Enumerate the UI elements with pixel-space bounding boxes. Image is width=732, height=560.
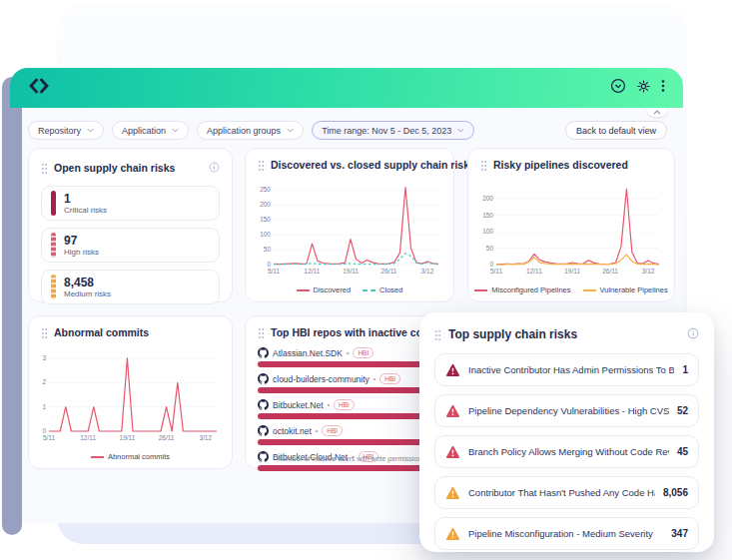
repo-bar <box>258 361 441 367</box>
drag-handle-icon[interactable] <box>480 160 487 171</box>
svg-text:0: 0 <box>267 261 271 268</box>
card-open-supply-chain-risks: Open supply chain risks 1Critical risks9… <box>28 148 233 302</box>
chip-label: Application <box>122 126 166 136</box>
legend-swatch <box>363 289 375 291</box>
legend-swatch <box>474 289 487 291</box>
risk-title: Pipeline Dependency Vulnerabilities - Hi… <box>468 405 669 416</box>
drag-handle-icon[interactable] <box>41 327 48 338</box>
circle-chevron-down-icon[interactable] <box>610 78 626 98</box>
risk-title: Pipeline Misconfiguration - Medium Sever… <box>468 528 663 539</box>
svg-text:0: 0 <box>42 427 46 434</box>
repo-name: Atlassian.Net.SDK <box>273 348 343 358</box>
legend-swatch <box>297 289 310 291</box>
risk-row[interactable]: Branch Policy Allows Merging Without Cod… <box>434 435 699 468</box>
repo-row-octokit-net[interactable]: octokit.net•HBI <box>258 425 441 445</box>
chevron-down-icon <box>172 128 179 133</box>
legend-label: Misconfigured Pipelines <box>491 285 570 294</box>
app-header <box>10 68 683 108</box>
risk-count: 52 <box>677 405 688 416</box>
svg-text:19/11: 19/11 <box>120 434 136 441</box>
svg-text:26/11: 26/11 <box>381 268 397 275</box>
settings-gear-icon[interactable] <box>636 79 651 98</box>
chart-legend: Misconfigured PipelinesVulnerable Pipeli… <box>468 285 674 294</box>
severity-bar <box>51 275 56 299</box>
legend-label: Abnormal commits <box>108 452 170 461</box>
risk-row[interactable]: Inactive Contributor Has Admin Permissio… <box>434 353 699 386</box>
card-title: Abnormal commits <box>54 326 149 338</box>
card-title: Discovered vs. closed supply chain risks <box>271 159 475 171</box>
card-title: Risky pipelines discovered <box>493 159 628 171</box>
github-icon <box>258 373 269 384</box>
kebab-menu-icon[interactable] <box>661 79 665 97</box>
filter-chip-repository[interactable]: Repository <box>28 121 104 140</box>
repo-bar <box>258 387 441 393</box>
chip-label: Time range: Nov 5 - Dec 5, 2023 <box>322 126 451 136</box>
drag-handle-icon[interactable] <box>258 327 265 338</box>
svg-text:100: 100 <box>260 231 271 238</box>
warning-triangle-icon <box>445 486 460 500</box>
stat-high-risks[interactable]: 97High risks <box>41 228 220 263</box>
svg-text:3: 3 <box>42 354 46 361</box>
warning-triangle-icon <box>445 527 460 541</box>
chart-legend: Abnormal commits <box>29 452 232 461</box>
repo-name: octokit.net <box>273 426 312 436</box>
chevron-down-icon <box>87 128 94 133</box>
legend-item-closed: Closed <box>363 285 402 294</box>
separator-dot: • <box>373 375 375 382</box>
repo-name: cloud-builders-community <box>273 374 369 384</box>
legend-item-abnormal-commits: Abnormal commits <box>91 452 170 461</box>
card-risky-pipelines: Risky pipelines discovered 0501001502005… <box>467 148 675 302</box>
repo-row-bitbucket-net[interactable]: Bitbucket.Net•HBI <box>258 399 441 419</box>
info-icon[interactable] <box>209 159 220 177</box>
chevron-up-icon <box>653 110 661 115</box>
github-icon <box>258 347 269 358</box>
stat-medium-risks[interactable]: 8,458Medium risks <box>41 270 220 304</box>
hbi-badge: HBI <box>353 347 373 358</box>
drag-handle-icon[interactable] <box>434 329 441 340</box>
page: RepositoryApplicationApplication groupsT… <box>0 0 732 560</box>
risk-title: Contributor That Hasn't Pushed Any Code … <box>468 487 655 498</box>
filter-chip-time-range[interactable]: Time range: Nov 5 - Dec 5, 2023 <box>312 121 474 140</box>
severity-bar <box>51 191 56 216</box>
legend-label: Vulnerable Pipelines <box>600 285 668 294</box>
stat-label: Medium risks <box>64 289 111 298</box>
repo-row-atlassian-net-sdk[interactable]: Atlassian.Net.SDK•HBI <box>258 347 441 367</box>
repo-row-cloud-builders-community[interactable]: cloud-builders-community•HBI <box>258 373 441 393</box>
risk-count: 1 <box>682 364 688 375</box>
card-title: Open supply chain risks <box>54 162 175 174</box>
svg-text:26/11: 26/11 <box>602 268 618 275</box>
risk-row[interactable]: Contributor That Hasn't Pushed Any Code … <box>434 476 699 509</box>
chip-label: Application groups <box>207 126 281 136</box>
risk-title: Branch Policy Allows Merging Without Cod… <box>468 446 669 457</box>
back-to-default-view-button[interactable]: Back to default view <box>565 121 667 140</box>
risk-row[interactable]: Pipeline Misconfiguration - Medium Sever… <box>434 517 699 550</box>
drag-handle-icon[interactable] <box>41 163 48 174</box>
svg-text:3/12: 3/12 <box>421 268 434 275</box>
svg-text:5/11: 5/11 <box>43 434 56 441</box>
repo-bar <box>258 465 441 471</box>
legend-swatch <box>91 456 104 458</box>
stat-value: 97 <box>64 235 99 248</box>
risk-count: 45 <box>677 446 688 457</box>
legit-logo-icon <box>28 75 50 101</box>
drag-handle-icon[interactable] <box>258 160 265 171</box>
svg-text:150: 150 <box>482 212 493 219</box>
svg-text:100: 100 <box>482 228 493 235</box>
filter-chip-application[interactable]: Application <box>112 121 189 140</box>
svg-text:26/11: 26/11 <box>159 434 175 441</box>
svg-text:12/11: 12/11 <box>305 268 321 275</box>
filter-chip-application-groups[interactable]: Application groups <box>197 121 304 140</box>
warning-triangle-icon <box>445 445 460 459</box>
svg-text:5/11: 5/11 <box>268 268 281 275</box>
severity-bar <box>51 233 56 258</box>
svg-text:12/11: 12/11 <box>526 268 542 275</box>
github-icon <box>258 399 269 410</box>
stat-critical-risks[interactable]: 1Critical risks <box>41 186 220 221</box>
hbi-badge: HBI <box>322 425 343 436</box>
header-actions <box>610 78 665 98</box>
header-collapse-tab[interactable] <box>647 108 667 117</box>
risk-row[interactable]: Pipeline Dependency Vulnerabilities - Hi… <box>434 394 699 427</box>
chevron-down-icon <box>287 128 294 133</box>
risky-pipelines-chart: 0501001502005/1112/1119/1126/113/12 <box>476 181 666 276</box>
info-icon[interactable] <box>687 325 699 343</box>
